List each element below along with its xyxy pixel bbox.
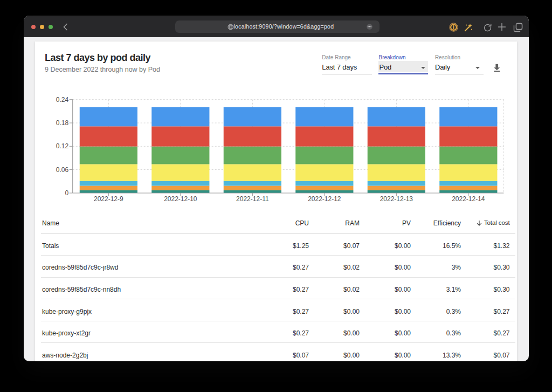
svg-text:2022-12-12: 2022-12-12 bbox=[308, 195, 341, 203]
svg-text:2022-12-11: 2022-12-11 bbox=[236, 195, 269, 203]
svg-text:2022-12-10: 2022-12-10 bbox=[164, 195, 197, 203]
svg-text:0.18: 0.18 bbox=[56, 119, 69, 127]
svg-text:2022-12-14: 2022-12-14 bbox=[452, 195, 485, 203]
svg-text:2022-12-9: 2022-12-9 bbox=[94, 195, 123, 203]
svg-text:2022-12-13: 2022-12-13 bbox=[380, 195, 413, 203]
svg-text:0.12: 0.12 bbox=[56, 143, 69, 150]
svg-text:0.24: 0.24 bbox=[56, 96, 69, 104]
svg-text:0.06: 0.06 bbox=[56, 166, 69, 174]
svg-text:0: 0 bbox=[65, 189, 69, 197]
